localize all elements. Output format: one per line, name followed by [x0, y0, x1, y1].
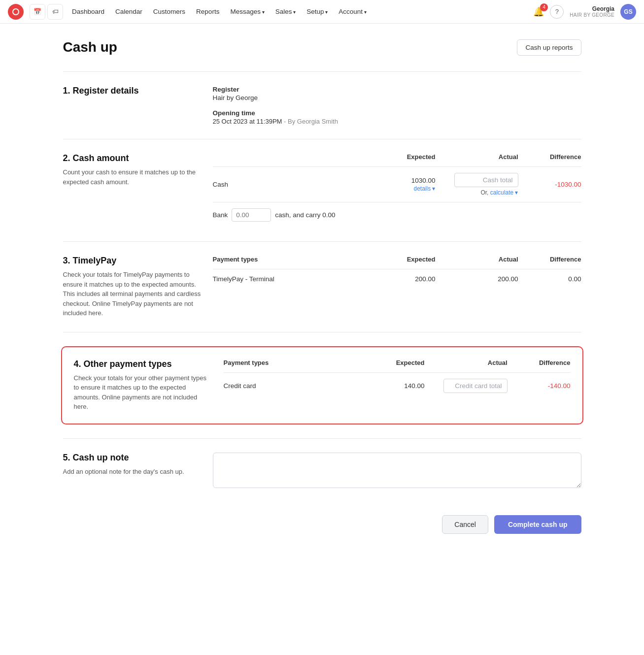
nav-calendar[interactable]: Calendar: [110, 5, 147, 18]
tp-col-diff: Difference: [522, 256, 581, 263]
op-col-expected: Expected: [356, 359, 425, 366]
nav-dashboard[interactable]: Dashboard: [67, 5, 109, 18]
other-payments-grid: 4. Other payment types Check your totals…: [74, 359, 571, 412]
section2-left: 2. Cash amount Count your cash to ensure…: [63, 153, 201, 228]
cash-row: Cash 1030.00 details Or, calculate -1030…: [213, 166, 581, 202]
op-col-payment-types: Payment types: [224, 359, 352, 366]
section-timelypay: 3. TimelyPay Check your totals for Timel…: [63, 241, 581, 332]
opening-date: 25 Oct 2023 at 11:39PM: [213, 118, 282, 125]
timelypay-grid: 3. TimelyPay Check your totals for Timel…: [63, 256, 581, 318]
section2-right: Expected Actual Difference Cash 1030.00 …: [213, 153, 581, 228]
section2-desc: Count your cash to ensure it matches up …: [63, 167, 201, 187]
op-table-header: Payment types Expected Actual Difference: [224, 359, 571, 370]
nav-sales[interactable]: Sales: [271, 5, 301, 18]
op-difference: -140.00: [511, 382, 571, 390]
cash-col-actual: Actual: [440, 153, 518, 161]
nav-account[interactable]: Account: [334, 5, 372, 18]
op-col-actual: Actual: [429, 359, 508, 366]
register-value: Hair by George: [213, 94, 581, 101]
nav-reports[interactable]: Reports: [191, 5, 224, 18]
section4-left: 4. Other payment types Check your totals…: [74, 359, 212, 412]
section4-desc: Check your totals for your other payment…: [74, 373, 212, 412]
note-grid: 5. Cash up note Add an optional note for…: [63, 453, 581, 490]
tp-col-expected: Expected: [367, 256, 436, 263]
cash-table-header: Expected Actual Difference: [213, 153, 581, 164]
cash-up-reports-button[interactable]: Cash up reports: [517, 39, 581, 56]
tp-row: TimelyPay - Terminal 200.00 200.00 0.00: [213, 269, 581, 289]
section4-right: Payment types Expected Actual Difference…: [224, 359, 571, 412]
bank-suffix: cash, and carry 0.00: [275, 211, 335, 219]
cash-actual-col: Or, calculate: [440, 173, 518, 196]
tag-icon-btn[interactable]: 🏷: [47, 4, 63, 20]
nav-setup[interactable]: Setup: [302, 5, 333, 18]
section3-desc: Check your totals for TimelyPay payments…: [63, 270, 201, 318]
op-actual-col: [429, 379, 508, 393]
section1-right: Register Hair by George Opening time 25 …: [213, 86, 581, 125]
cash-details-link[interactable]: details: [413, 185, 435, 192]
cash-difference: -1030.00: [522, 181, 581, 188]
tp-table-header: Payment types Expected Actual Difference: [213, 256, 581, 267]
logo-icon: [12, 8, 19, 15]
bank-row: Bank cash, and carry 0.00: [213, 202, 581, 228]
tp-row-label: TimelyPay - Terminal: [213, 275, 363, 283]
section-cash-amount: 2. Cash amount Count your cash to ensure…: [63, 139, 581, 241]
opening-time-value: 25 Oct 2023 at 11:39PM - By Georgia Smit…: [213, 118, 581, 125]
complete-cash-up-button[interactable]: Complete cash up: [494, 515, 581, 534]
bank-label: Bank: [213, 211, 228, 219]
or-calculate-text: Or, calculate: [480, 189, 518, 196]
other-payments-highlighted: 4. Other payment types Check your totals…: [61, 346, 583, 425]
main-content: Cash up Cash up reports 1. Register deta…: [51, 24, 593, 554]
user-info: Georgia HAIR BY GEORGE: [570, 5, 614, 18]
section5-label: 5. Cash up note: [63, 453, 201, 463]
cash-up-note-textarea[interactable]: [213, 453, 581, 488]
section3-left: 3. TimelyPay Check your totals for Timel…: [63, 256, 201, 318]
user-name: Georgia: [570, 5, 614, 12]
calendar-icon-btn[interactable]: 📅: [30, 4, 45, 20]
cancel-button[interactable]: Cancel: [442, 515, 488, 534]
tp-expected: 200.00: [367, 275, 436, 283]
cash-total-input[interactable]: [454, 173, 518, 187]
section5-left: 5. Cash up note Add an optional note for…: [63, 453, 201, 490]
nav-customers[interactable]: Customers: [148, 5, 190, 18]
nav-links: Dashboard Calendar Customers Reports Mes…: [67, 5, 372, 18]
op-expected: 140.00: [356, 382, 425, 390]
tp-difference: 0.00: [522, 275, 581, 283]
section1-label: 1. Register details: [63, 86, 201, 96]
help-button[interactable]: ?: [550, 5, 564, 19]
section4-label: 4. Other payment types: [74, 359, 212, 369]
opening-by: - By Georgia Smith: [284, 118, 338, 125]
opening-time-label: Opening time: [213, 109, 581, 117]
section3-right: Payment types Expected Actual Difference…: [213, 256, 581, 318]
page-header: Cash up Cash up reports: [63, 39, 581, 56]
notifications-bell[interactable]: 🔔 4: [533, 6, 544, 17]
footer-actions: Cancel Complete cash up: [63, 503, 581, 538]
bank-input[interactable]: [232, 208, 271, 222]
navbar: 📅 🏷 Dashboard Calendar Customers Reports…: [0, 0, 644, 24]
notification-count: 4: [540, 3, 548, 11]
nav-right: 🔔 4 ? Georgia HAIR BY GEORGE GS: [533, 4, 636, 20]
credit-card-total-input[interactable]: [443, 379, 508, 393]
section1-left: 1. Register details: [63, 86, 201, 125]
section-cash-up-note: 5. Cash up note Add an optional note for…: [63, 438, 581, 503]
cash-col-diff: Difference: [522, 153, 581, 161]
calculate-link[interactable]: calculate: [490, 189, 518, 196]
op-row: Credit card 140.00 -140.00: [224, 372, 571, 399]
tp-col-payment-types: Payment types: [213, 256, 363, 263]
section5-desc: Add an optional note for the day's cash …: [63, 467, 201, 477]
cash-expected-col: 1030.00 details: [367, 177, 436, 192]
page-title: Cash up: [63, 39, 117, 55]
cash-expected-value: 1030.00: [411, 177, 436, 184]
tp-actual: 200.00: [440, 275, 518, 283]
cash-row-label: Cash: [213, 181, 363, 188]
tp-col-actual: Actual: [440, 256, 518, 263]
section-other-payments: 4. Other payment types Check your totals…: [63, 332, 581, 438]
nav-messages[interactable]: Messages: [225, 5, 269, 18]
section-register-details: 1. Register details Register Hair by Geo…: [63, 71, 581, 139]
section5-right: [213, 453, 581, 490]
op-row-label: Credit card: [224, 382, 352, 390]
logo[interactable]: [8, 4, 24, 20]
user-avatar[interactable]: GS: [620, 4, 636, 20]
op-col-diff: Difference: [511, 359, 571, 366]
register-details-grid: 1. Register details Register Hair by Geo…: [63, 86, 581, 125]
cash-amount-grid: 2. Cash amount Count your cash to ensure…: [63, 153, 581, 228]
